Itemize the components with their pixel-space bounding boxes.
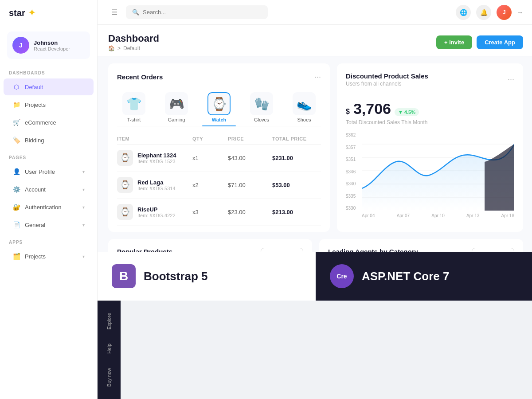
create-app-button[interactable]: Create App xyxy=(477,35,523,49)
leading-agents-header: Leading Agents by Category Total 424,567… xyxy=(328,248,514,252)
collapse-sidebar-button[interactable]: ☰ xyxy=(108,6,121,19)
recent-orders-title: Recent Orders xyxy=(117,73,163,81)
x-label: Apr 04 xyxy=(362,213,375,218)
help-button[interactable]: Help xyxy=(103,338,115,359)
table-header: ITEM QTY PRICE TOTAL PRICE xyxy=(117,133,321,145)
item-info: ⌚ RiseUP Item: #XDG-4222 xyxy=(117,204,192,220)
user-icon: 👤 xyxy=(12,168,20,176)
currency-symbol: $ xyxy=(346,108,350,116)
sales-header: Discounted Product Sales Users from all … xyxy=(346,72,514,87)
chevron-down-icon: ▾ xyxy=(82,254,85,259)
main-content: ☰ 🔍 🌐 🔔 J → Dashboard 🏠 xyxy=(98,0,532,301)
sidebar-item-user-profile[interactable]: 👤 User Profile ▾ xyxy=(4,163,94,180)
sidebar-item-label: Authentication xyxy=(25,204,61,211)
tab-watch[interactable]: ⌚ Watch xyxy=(202,89,236,126)
leading-agents-card: Leading Agents by Category Total 424,567… xyxy=(319,239,523,252)
lock-icon: 🔐 xyxy=(12,203,20,211)
more-options-button[interactable]: ··· xyxy=(314,72,321,82)
sidebar-item-bidding[interactable]: 🏷️ Bidding xyxy=(4,132,94,149)
add-product-button[interactable]: Add Product xyxy=(261,248,303,252)
item-info: ⌚ Red Laga Item: #XDG-5314 xyxy=(117,177,192,193)
sidebar-item-general[interactable]: 📄 General ▾ xyxy=(4,216,94,233)
leading-agents-title: Leading Agents by Category xyxy=(328,248,418,252)
add-product-button-agents[interactable]: Add Product xyxy=(472,248,514,252)
sidebar-item-label: User Profile xyxy=(25,168,55,175)
tab-label: Gaming xyxy=(168,117,185,122)
item-total: $213.00 xyxy=(272,209,321,215)
invite-button[interactable]: + Invite xyxy=(436,35,472,49)
item-price: $23.00 xyxy=(228,209,272,215)
buy-now-button[interactable]: Buy now xyxy=(103,363,115,392)
right-panel: Explore Help Buy now xyxy=(98,301,121,399)
recent-orders-header: Recent Orders ··· xyxy=(117,72,321,82)
promo-bar: B Bootstrap 5 Cre ASP.NET Core 7 xyxy=(98,252,532,301)
topbar-arrow-icon[interactable]: → xyxy=(517,9,523,16)
y-label: $351 xyxy=(346,157,359,162)
more-options-button[interactable]: ··· xyxy=(508,75,514,84)
y-label: $330 xyxy=(346,206,359,211)
sales-desc: Total Discounted Sales This Month xyxy=(346,119,514,125)
sidebar-item-label: Default xyxy=(25,84,43,90)
doc-icon: 📄 xyxy=(12,221,20,229)
content-area: Recent Orders ··· 👕 T-shirt 🎮 Gaming xyxy=(98,56,532,252)
user-name: Johnson xyxy=(34,39,70,46)
tab-tshirt[interactable]: 👕 T-shirt xyxy=(117,89,151,126)
page-header: Dashboard 🏠 > Default + Invite Create Ap… xyxy=(98,25,532,56)
search-icon: 🔍 xyxy=(132,9,139,16)
y-label: $335 xyxy=(346,194,359,199)
popular-products-card: Popular Products 8k social visitors Add … xyxy=(108,239,312,252)
explore-button[interactable]: Explore xyxy=(103,308,115,335)
sidebar-item-default[interactable]: ⬡ Default xyxy=(4,78,94,95)
y-label: $340 xyxy=(346,181,359,186)
breadcrumb-sep: > xyxy=(117,45,121,51)
sales-subtitle: Users from all channels xyxy=(346,81,428,87)
tab-gaming[interactable]: 🎮 Gaming xyxy=(160,89,193,126)
aspnet-title: ASP.NET Core 7 xyxy=(362,270,449,283)
chart-area: $362 $357 $351 $346 $340 $335 $330 xyxy=(346,131,514,223)
col-item: ITEM xyxy=(117,136,192,141)
settings-icon: ⚙️ xyxy=(12,185,20,193)
x-label: Apr 07 xyxy=(397,213,410,218)
breadcrumb: 🏠 > Default xyxy=(108,45,159,51)
sidebar-item-projects[interactable]: 📁 Projects xyxy=(4,96,94,113)
sidebar-item-label: Projects xyxy=(25,102,46,108)
table-row: ⌚ RiseUP Item: #XDG-4222 x3 $23.00 $213.… xyxy=(117,199,321,226)
sidebar-item-projects-app[interactable]: 🗂️ Projects ▾ xyxy=(4,248,94,265)
item-qty: x2 xyxy=(192,182,228,188)
item-thumbnail: ⌚ xyxy=(117,204,133,220)
item-name: Red Laga xyxy=(137,179,176,186)
sidebar-item-authentication[interactable]: 🔐 Authentication ▾ xyxy=(4,199,94,215)
col-qty: QTY xyxy=(192,136,228,141)
search-input[interactable] xyxy=(143,9,262,16)
logo: star ✦ xyxy=(0,0,97,26)
top-row: Recent Orders ··· 👕 T-shirt 🎮 Gaming xyxy=(108,63,523,232)
item-id: Item: #XDG-4222 xyxy=(137,213,176,218)
popular-products-title: Popular Products xyxy=(117,248,172,252)
item-total: $231.00 xyxy=(272,155,321,161)
y-axis: $362 $357 $351 $346 $340 $335 $330 xyxy=(346,131,362,219)
popular-products-header: Popular Products 8k social visitors Add … xyxy=(117,248,303,252)
breadcrumb-current: Default xyxy=(123,45,140,51)
topbar-avatar[interactable]: J xyxy=(497,5,512,20)
item-name: RiseUP xyxy=(137,206,176,213)
notifications-icon[interactable]: 🌐 xyxy=(456,5,471,20)
logo-star: ✦ xyxy=(28,7,36,19)
tab-shoes[interactable]: 👟 Shoes xyxy=(287,89,321,126)
tab-gloves[interactable]: 🧤 Gloves xyxy=(245,89,278,126)
grid-icon: ⬡ xyxy=(12,83,20,91)
bell-icon[interactable]: 🔔 xyxy=(476,5,491,20)
bottom-row: Popular Products 8k social visitors Add … xyxy=(108,239,523,252)
y-label: $362 xyxy=(346,133,359,137)
user-card[interactable]: J Johnson React Developer xyxy=(7,31,90,59)
sidebar-item-account[interactable]: ⚙️ Account ▾ xyxy=(4,181,94,198)
bootstrap-icon: B xyxy=(112,264,136,288)
item-thumbnail: ⌚ xyxy=(117,150,133,166)
table-row: ⌚ Elephant 1324 Item: #XDG-1523 x1 $43.0… xyxy=(117,145,321,172)
chart-container: $362 $357 $351 $346 $340 $335 $330 xyxy=(346,131,514,219)
sidebar-item-ecommerce[interactable]: 🛒 eCommerce xyxy=(4,114,94,131)
tab-label: Gloves xyxy=(254,117,269,122)
sales-value: 3,706 xyxy=(353,100,391,117)
aspnet-icon: Cre xyxy=(330,264,354,288)
folder-icon: 📁 xyxy=(12,101,20,109)
gaming-icon: 🎮 xyxy=(165,92,188,115)
